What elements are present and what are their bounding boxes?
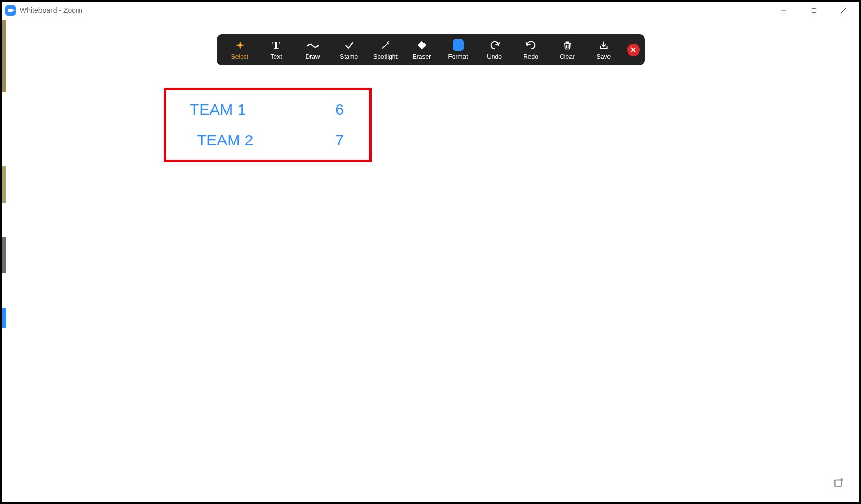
team-name[interactable]: TEAM 2 — [190, 131, 253, 149]
tool-label: Clear — [560, 53, 575, 60]
left-edge-decor — [2, 2, 6, 502]
zoom-app-icon — [5, 5, 16, 16]
score-box-shape[interactable]: TEAM 1 6 TEAM 2 7 — [164, 88, 372, 162]
tool-select[interactable]: Select — [222, 37, 258, 62]
team-name[interactable]: TEAM 1 — [190, 101, 246, 118]
tool-redo[interactable]: Redo — [513, 37, 549, 62]
format-icon — [453, 39, 464, 51]
draw-icon — [307, 39, 319, 51]
tool-label: Format — [448, 53, 468, 60]
maximize-button[interactable] — [799, 2, 829, 19]
save-icon — [599, 39, 609, 51]
tool-label: Spotlight — [373, 53, 398, 60]
redo-icon — [525, 39, 537, 51]
minimize-button[interactable] — [769, 2, 799, 19]
tool-label: Draw — [305, 53, 320, 60]
close-toolbar-button[interactable] — [627, 44, 640, 56]
popout-icon[interactable] — [833, 477, 844, 490]
tool-format[interactable]: Format — [440, 37, 476, 62]
tool-eraser[interactable]: Eraser — [404, 37, 440, 62]
tool-label: Eraser — [413, 53, 431, 60]
team-score[interactable]: 6 — [335, 101, 353, 118]
text-icon: T — [272, 39, 280, 51]
tool-stamp[interactable]: Stamp — [331, 37, 367, 62]
tool-text[interactable]: T Text — [258, 37, 295, 62]
svg-rect-1 — [812, 8, 816, 12]
title-bar: Whiteboard - Zoom — [2, 2, 859, 19]
annotation-toolbar: Select T Text Draw Stamp — [217, 34, 645, 65]
close-window-button[interactable] — [829, 2, 859, 19]
score-row: TEAM 2 7 — [190, 131, 353, 149]
tool-spotlight[interactable]: Spotlight — [367, 37, 404, 62]
tool-label: Save — [597, 53, 611, 60]
tool-save[interactable]: Save — [586, 37, 622, 62]
team-score[interactable]: 7 — [335, 131, 353, 149]
tool-label: Text — [270, 53, 282, 60]
score-row: TEAM 1 6 — [190, 101, 353, 118]
undo-icon — [489, 39, 500, 51]
stamp-icon — [344, 39, 354, 51]
app-window: Whiteboard - Zoom Sele — [2, 2, 859, 502]
eraser-icon — [416, 39, 428, 51]
tool-clear[interactable]: Clear — [549, 37, 586, 62]
select-icon — [235, 39, 245, 51]
tool-label: Stamp — [340, 53, 358, 60]
svg-rect-6 — [418, 41, 426, 49]
spotlight-icon — [380, 39, 391, 51]
tool-label: Redo — [523, 53, 538, 60]
trash-icon — [562, 39, 573, 51]
svg-marker-4 — [236, 42, 243, 48]
svg-point-5 — [387, 43, 388, 44]
svg-rect-11 — [835, 480, 842, 487]
tool-draw[interactable]: Draw — [295, 37, 331, 62]
window-controls — [769, 2, 859, 19]
tool-label: Select — [231, 53, 248, 60]
tool-undo[interactable]: Undo — [476, 37, 513, 62]
window-title: Whiteboard - Zoom — [20, 6, 82, 15]
tool-label: Undo — [487, 53, 502, 60]
